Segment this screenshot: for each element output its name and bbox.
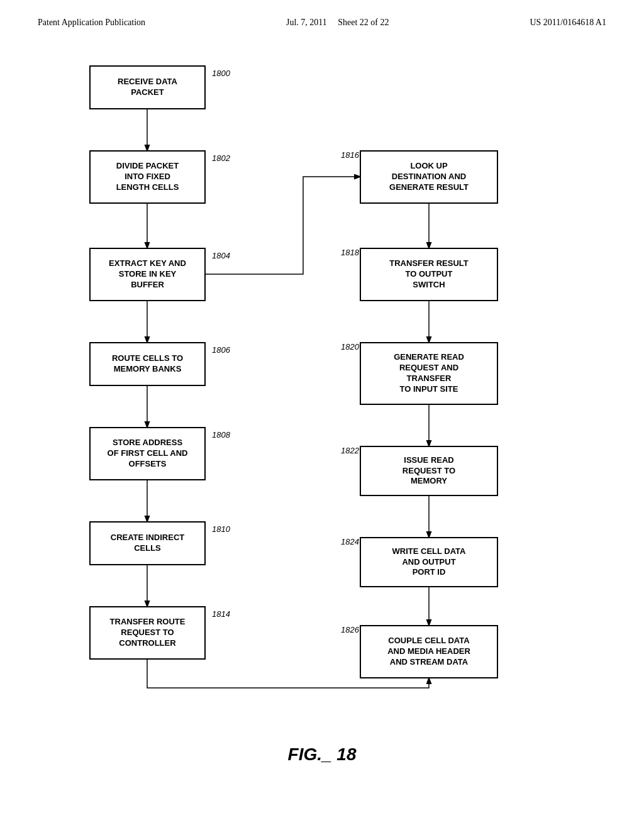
ref-1800: 1800 bbox=[212, 69, 230, 78]
ref-1822: 1822 bbox=[341, 446, 359, 455]
header-left: Patent Application Publication bbox=[38, 18, 145, 28]
box-1802: DIVIDE PACKETINTO FIXEDLENGTH CELLS bbox=[89, 150, 206, 204]
ref-1824: 1824 bbox=[341, 537, 359, 546]
box-1824: WRITE CELL DATAAND OUTPUTPORT ID bbox=[360, 537, 498, 587]
box-1804-label: EXTRACT KEY ANDSTORE IN KEYBUFFER bbox=[109, 258, 186, 290]
header-sheet: Sheet 22 of 22 bbox=[338, 18, 389, 27]
box-1808-label: STORE ADDRESSOF FIRST CELL ANDOFFSETS bbox=[108, 438, 188, 470]
box-1810-label: CREATE INDIRECTCELLS bbox=[111, 533, 184, 554]
ref-1820: 1820 bbox=[341, 342, 359, 351]
box-1822: ISSUE READREQUEST TOMEMORY bbox=[360, 446, 498, 496]
box-1816-label: LOOK UPDESTINATION ANDGENERATE RESULT bbox=[389, 161, 469, 193]
ref-1818: 1818 bbox=[341, 248, 359, 257]
box-1800: RECEIVE DATAPACKET bbox=[89, 65, 206, 109]
box-1806-label: ROUTE CELLS TOMEMORY BANKS bbox=[112, 353, 183, 375]
flowchart: RECEIVE DATAPACKET 1800 DIVIDE PACKETINT… bbox=[52, 53, 592, 732]
ref-1810: 1810 bbox=[212, 524, 230, 534]
box-1814: TRANSFER ROUTEREQUEST TOCONTROLLER bbox=[89, 606, 206, 660]
header-right: US 2011/0164618 A1 bbox=[530, 18, 606, 28]
header-center: Jul. 7, 2011 Sheet 22 of 22 bbox=[286, 18, 389, 28]
box-1818: TRANSFER RESULTTO OUTPUTSWITCH bbox=[360, 248, 498, 301]
ref-1826: 1826 bbox=[341, 625, 359, 634]
header-date: Jul. 7, 2011 bbox=[286, 18, 327, 27]
box-1814-label: TRANSFER ROUTEREQUEST TOCONTROLLER bbox=[110, 617, 186, 649]
ref-1814: 1814 bbox=[212, 609, 230, 619]
ref-1804: 1804 bbox=[212, 251, 230, 260]
box-1824-label: WRITE CELL DATAAND OUTPUTPORT ID bbox=[392, 546, 466, 578]
ref-1816: 1816 bbox=[341, 150, 359, 160]
ref-1806: 1806 bbox=[212, 345, 230, 355]
figure-caption: FIG._ 18 bbox=[0, 744, 644, 765]
box-1806: ROUTE CELLS TOMEMORY BANKS bbox=[89, 342, 206, 386]
box-1810: CREATE INDIRECTCELLS bbox=[89, 521, 206, 565]
box-1820-label: GENERATE READREQUEST ANDTRANSFERTO INPUT… bbox=[394, 352, 464, 395]
box-1808: STORE ADDRESSOF FIRST CELL ANDOFFSETS bbox=[89, 427, 206, 480]
box-1826-label: COUPLE CELL DATAAND MEDIA HEADERAND STRE… bbox=[387, 636, 470, 668]
ref-1808: 1808 bbox=[212, 430, 230, 440]
box-1816: LOOK UPDESTINATION ANDGENERATE RESULT bbox=[360, 150, 498, 204]
box-1822-label: ISSUE READREQUEST TOMEMORY bbox=[402, 455, 455, 487]
page-header: Patent Application Publication Jul. 7, 2… bbox=[0, 0, 644, 28]
box-1800-label: RECEIVE DATAPACKET bbox=[118, 77, 177, 98]
box-1820: GENERATE READREQUEST ANDTRANSFERTO INPUT… bbox=[360, 342, 498, 405]
box-1804: EXTRACT KEY ANDSTORE IN KEYBUFFER bbox=[89, 248, 206, 301]
box-1818-label: TRANSFER RESULTTO OUTPUTSWITCH bbox=[389, 258, 468, 290]
ref-1802: 1802 bbox=[212, 153, 230, 163]
box-1802-label: DIVIDE PACKETINTO FIXEDLENGTH CELLS bbox=[116, 161, 179, 193]
box-1826: COUPLE CELL DATAAND MEDIA HEADERAND STRE… bbox=[360, 625, 498, 678]
diagram-area: RECEIVE DATAPACKET 1800 DIVIDE PACKETINT… bbox=[0, 28, 644, 732]
